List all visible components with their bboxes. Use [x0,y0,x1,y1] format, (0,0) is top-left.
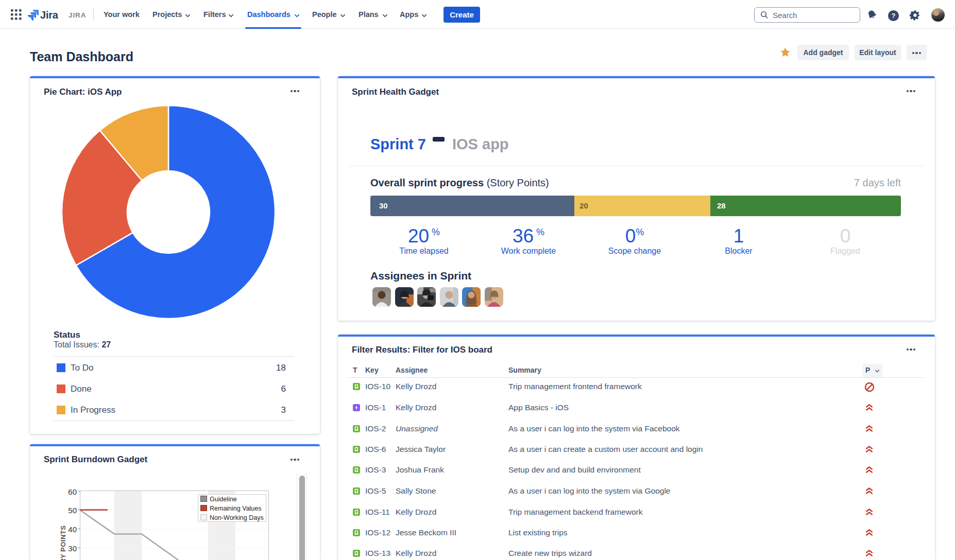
svg-text:?: ? [892,12,896,20]
